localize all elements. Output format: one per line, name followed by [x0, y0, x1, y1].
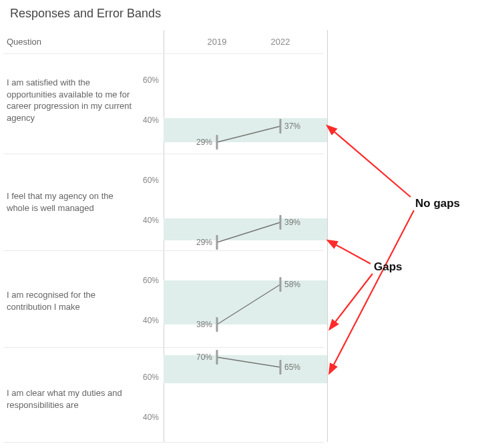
- plot-area: 70% 65%: [164, 347, 327, 447]
- ytick-label: 60%: [143, 75, 159, 85]
- ytick-label: 40%: [143, 316, 159, 325]
- chart-row: I am recognised for the contribution I m…: [0, 250, 327, 351]
- data-marker: [216, 350, 218, 365]
- value-label: 58%: [284, 280, 300, 289]
- data-marker: [280, 215, 282, 230]
- column-header-question: Question: [7, 37, 41, 47]
- value-label: 65%: [284, 363, 300, 372]
- ytick-label: 60%: [143, 176, 159, 185]
- question-text: I am clear what my duties and responsibi…: [7, 387, 137, 411]
- value-label: 70%: [196, 353, 212, 362]
- chart-row: I am satisfied with the opportunities av…: [0, 53, 327, 154]
- question-text: I am recognised for the contribution I m…: [7, 289, 137, 312]
- column-headers-years: 2019 2022: [164, 37, 327, 50]
- data-marker: [280, 360, 282, 375]
- data-marker: [280, 119, 282, 134]
- plot-area: 29% 39%: [164, 154, 327, 254]
- data-marker: [280, 277, 282, 292]
- chart-row: I am clear what my duties and responsibi…: [0, 347, 327, 447]
- question-text: I am satisfied with the opportunities av…: [7, 77, 137, 124]
- value-label: 29%: [196, 138, 212, 147]
- plot-area: 38% 58%: [164, 250, 327, 351]
- value-label: 29%: [196, 238, 212, 247]
- svg-line-5: [332, 210, 414, 367]
- ytick-label: 40%: [143, 116, 159, 125]
- question-text: I feel that my agency on the whole is we…: [7, 190, 137, 214]
- ytick-label: 60%: [143, 373, 159, 382]
- ytick-label: 40%: [143, 413, 159, 422]
- svg-line-4: [332, 130, 411, 197]
- error-band: [164, 280, 327, 324]
- data-marker: [216, 235, 218, 250]
- error-band: [164, 355, 327, 383]
- value-label: 39%: [284, 218, 300, 227]
- svg-line-6: [334, 244, 371, 264]
- chart-title: Responses and Error Bands: [10, 7, 161, 21]
- svg-line-7: [334, 274, 373, 324]
- error-band: [164, 218, 327, 240]
- year-label-2022: 2022: [271, 37, 290, 47]
- error-band: [164, 118, 327, 142]
- ytick-label: 40%: [143, 216, 159, 225]
- data-marker: [216, 135, 218, 150]
- gridline-vertical: [327, 30, 328, 442]
- data-marker: [216, 317, 218, 332]
- value-label: 37%: [284, 122, 300, 131]
- plot-area: 29% 37%: [164, 53, 327, 154]
- chart-row: I feel that my agency on the whole is we…: [0, 154, 327, 254]
- ytick-label: 60%: [143, 276, 159, 285]
- value-label: 38%: [196, 320, 212, 329]
- annotation-no-gaps: No gaps: [415, 197, 460, 210]
- chart-container: Responses and Error Bands Question 2019 …: [0, 0, 492, 448]
- year-label-2019: 2019: [208, 37, 227, 47]
- annotation-gaps: Gaps: [374, 260, 403, 274]
